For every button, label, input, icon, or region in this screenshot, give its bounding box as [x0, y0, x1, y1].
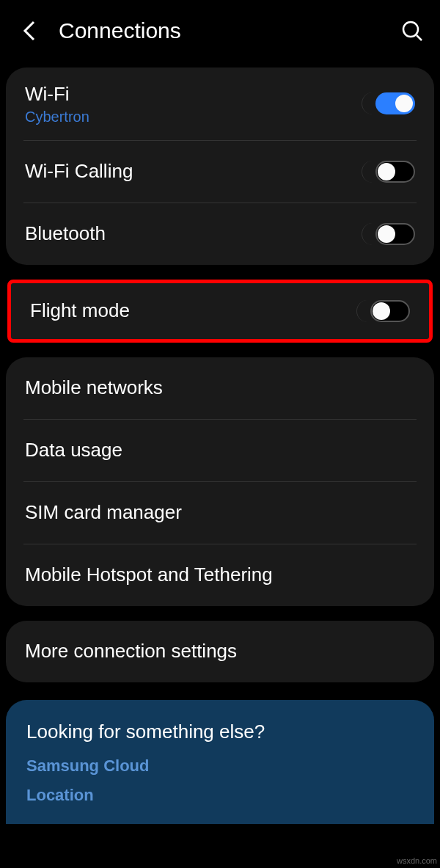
wifi-calling-toggle[interactable] [362, 161, 415, 183]
hotspot-title: Mobile Hotspot and Tethering [25, 563, 415, 588]
wifi-subtitle: Cybertron [25, 109, 354, 125]
wifi-title: Wi-Fi [25, 82, 354, 107]
bluetooth-toggle[interactable] [362, 223, 415, 245]
watermark: wsxdn.com [397, 856, 437, 865]
flight-mode-title: Flight mode [30, 299, 349, 324]
wifi-content: Wi-Fi Cybertron [25, 82, 354, 125]
connections-group-2: Mobile networks Data usage SIM card mana… [6, 357, 434, 606]
page-title: Connections [59, 18, 399, 43]
back-button[interactable] [18, 19, 41, 43]
mobile-networks-row[interactable]: Mobile networks [6, 357, 434, 419]
flight-mode-row[interactable]: Flight mode [11, 283, 429, 339]
suggestions-card: Looking for something else? Samsung Clou… [6, 700, 434, 824]
search-button[interactable] [399, 18, 425, 44]
wifi-calling-title: Wi-Fi Calling [25, 159, 354, 184]
bluetooth-title: Bluetooth [25, 222, 354, 247]
data-usage-row[interactable]: Data usage [6, 420, 434, 481]
wifi-calling-row[interactable]: Wi-Fi Calling [6, 141, 434, 203]
more-settings-card: More connection settings [6, 621, 434, 682]
suggestions-title: Looking for something else? [26, 721, 414, 743]
bluetooth-row[interactable]: Bluetooth [6, 203, 434, 265]
hotspot-row[interactable]: Mobile Hotspot and Tethering [6, 544, 434, 606]
location-link[interactable]: Location [26, 786, 414, 805]
header: Connections [0, 0, 440, 62]
flight-mode-card: Flight mode [7, 280, 433, 343]
mobile-networks-title: Mobile networks [25, 376, 415, 401]
connections-group-1: Wi-Fi Cybertron Wi-Fi Calling Bluetooth [6, 68, 434, 265]
wifi-row[interactable]: Wi-Fi Cybertron [6, 68, 434, 140]
more-settings-row[interactable]: More connection settings [6, 621, 434, 682]
wifi-toggle[interactable] [362, 92, 415, 114]
sim-manager-row[interactable]: SIM card manager [6, 482, 434, 544]
chevron-left-icon [23, 20, 36, 42]
data-usage-title: Data usage [25, 438, 415, 463]
more-settings-title: More connection settings [25, 639, 415, 664]
search-icon [401, 20, 423, 42]
svg-line-1 [417, 35, 422, 40]
flight-mode-toggle[interactable] [356, 300, 410, 322]
sim-manager-title: SIM card manager [25, 500, 415, 525]
samsung-cloud-link[interactable]: Samsung Cloud [26, 756, 414, 776]
svg-point-0 [403, 22, 418, 37]
